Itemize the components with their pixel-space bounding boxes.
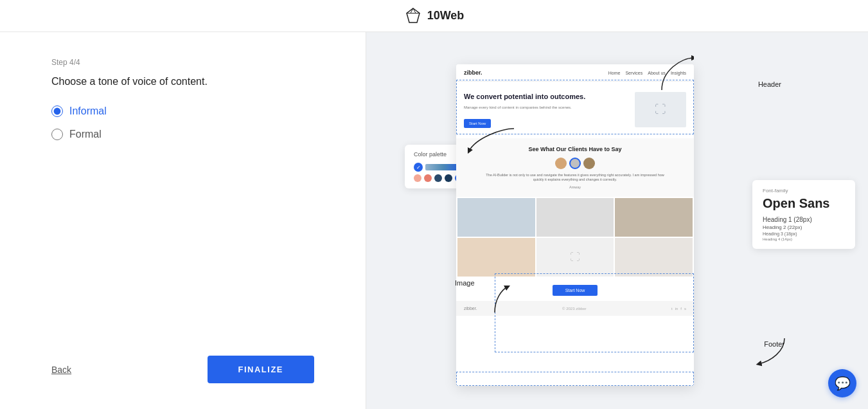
cta-btn: Start Now — [553, 285, 598, 296]
gallery-item-5: ⛶ — [536, 238, 614, 277]
font-name: Open Sans — [763, 196, 845, 211]
gallery-item-3 — [615, 198, 693, 237]
nav-home: Home — [608, 71, 621, 75]
gallery-item-4 — [457, 238, 535, 277]
font-family-label: Font-family — [763, 188, 845, 194]
heading-2: Heading 2 (22px) — [763, 224, 845, 230]
formal-radio[interactable] — [51, 129, 63, 140]
image-annotation: Image — [455, 279, 475, 287]
footer-instagram: in — [675, 307, 678, 311]
palette-dot-1 — [414, 174, 421, 182]
site-nav-brand: zibber. — [464, 69, 483, 76]
footer-dashed-overlay — [456, 372, 694, 386]
chat-icon: 💬 — [835, 376, 851, 391]
informal-option[interactable]: Informal — [51, 105, 314, 117]
heading-4: Heading 4 (14px) — [763, 237, 845, 241]
footer-other: s — [684, 307, 686, 311]
question-title: Choose a tone of voice of content. — [51, 76, 314, 87]
nav-insights: Insights — [671, 71, 686, 75]
right-panel: Color palette ✓ zibber. — [366, 32, 868, 409]
testimonial-name: Amway — [464, 185, 686, 189]
palette-bar — [425, 164, 461, 170]
footer-annotation: Footer — [764, 340, 784, 348]
hero-title: We convert potential into outcomes. — [464, 92, 630, 101]
footer-copy: © 2023 zibber — [562, 307, 586, 311]
site-footer: zibber. © 2023 zibber t in f s — [456, 301, 694, 316]
footer-brand: zibber. — [464, 306, 477, 311]
site-cta: Start Now — [456, 278, 694, 301]
footer-twitter: t — [671, 307, 673, 311]
site-gallery: ⛶ — [456, 197, 694, 278]
testimonials-title: See What Our Clients Have to Say — [464, 146, 686, 152]
testimonial-avatars — [464, 158, 686, 169]
testimonial-text: The AI-Builder is not only to use and na… — [485, 173, 665, 183]
palette-dot-4 — [445, 174, 452, 182]
hero-image: ⛶ — [635, 92, 686, 127]
site-nav: zibber. Home Services About us Insights — [456, 64, 694, 82]
heading-1: Heading 1 (28px) — [763, 216, 845, 223]
site-testimonials: See What Our Clients Have to Say The AI-… — [456, 138, 694, 197]
heading-3: Heading 3 (18px) — [763, 232, 845, 236]
chat-bubble[interactable]: 💬 — [828, 369, 856, 397]
avatar-3 — [583, 158, 595, 169]
palette-check: ✓ — [414, 163, 423, 172]
formal-label: Formal — [69, 129, 102, 140]
step-label: Step 4/4 — [51, 58, 314, 67]
finalize-button[interactable]: FINALIZE — [208, 356, 315, 383]
site-hero: We convert potential into outcomes. Mana… — [456, 82, 694, 138]
back-button[interactable]: Back — [51, 365, 71, 375]
tone-options: Informal Formal — [51, 105, 314, 140]
logo-icon — [404, 7, 422, 25]
left-panel: Step 4/4 Choose a tone of voice of conte… — [0, 32, 366, 409]
header-annotation: Header — [758, 80, 781, 88]
palette-dot-2 — [424, 174, 432, 182]
nav-services: Services — [625, 71, 642, 75]
gallery-item-6 — [615, 238, 693, 277]
bottom-actions: Back FINALIZE — [51, 356, 314, 383]
hero-text: We convert potential into outcomes. Mana… — [464, 92, 630, 128]
formal-option[interactable]: Formal — [51, 129, 314, 140]
informal-label: Informal — [69, 105, 107, 117]
informal-radio[interactable] — [51, 105, 63, 117]
nav-about: About us — [648, 71, 666, 75]
logo-text: 10Web — [427, 9, 465, 23]
hero-image-placeholder-icon: ⛶ — [655, 103, 666, 116]
footer-facebook: f — [680, 307, 682, 311]
palette-dot-3 — [434, 174, 442, 182]
preview-container: Color palette ✓ zibber. — [405, 45, 855, 396]
top-bar: 10Web — [0, 0, 868, 32]
font-card: Font-family Open Sans Heading 1 (28px) H… — [752, 180, 855, 249]
avatar-1 — [555, 158, 567, 169]
gallery-item-1 — [457, 198, 535, 237]
hero-btn: Start Now — [464, 119, 491, 128]
site-nav-links: Home Services About us Insights — [608, 71, 686, 75]
site-preview: zibber. Home Services About us Insights … — [456, 64, 694, 386]
avatar-2 — [569, 158, 581, 169]
footer-social: t in f s — [671, 307, 686, 311]
logo: 10Web — [404, 7, 465, 25]
gallery-item-2 — [536, 198, 614, 237]
font-headings: Heading 1 (28px) Heading 2 (22px) Headin… — [763, 216, 845, 241]
main-layout: Step 4/4 Choose a tone of voice of conte… — [0, 32, 868, 409]
footer-annotation-svg — [746, 332, 823, 370]
hero-desc: Manage every kind of content in companie… — [464, 105, 630, 110]
